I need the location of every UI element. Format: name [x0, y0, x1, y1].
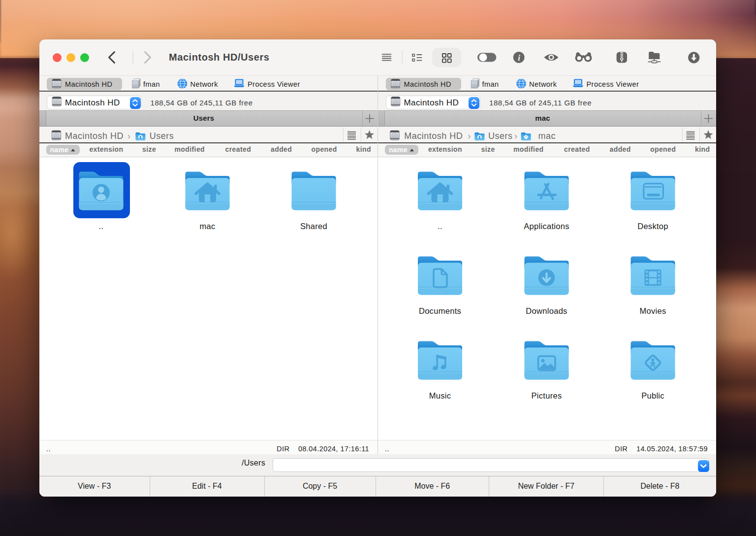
svg-text:i: i	[518, 53, 520, 63]
